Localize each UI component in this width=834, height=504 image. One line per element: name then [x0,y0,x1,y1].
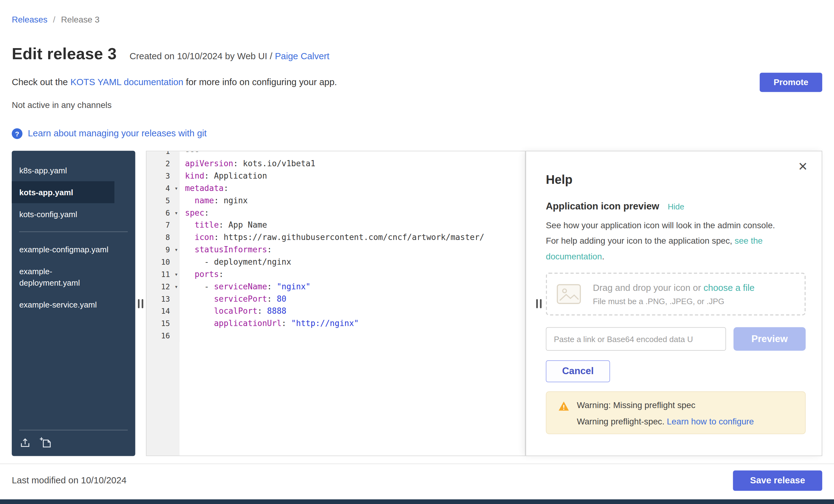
file-tree-item[interactable]: k8s-app.yaml [12,159,114,181]
line-number: 12▾ [147,281,179,293]
docs-text: Check out the KOTS YAML documentation fo… [12,77,337,88]
save-release-button[interactable]: Save release [733,470,822,491]
last-modified-text: Last modified on 10/10/2024 [12,475,127,486]
icon-preview-header: Application icon preview Hide [546,201,806,212]
title-row: Edit release 3 Created on 10/10/2024 by … [12,45,822,63]
file-list-primary: k8s-app.yamlkots-app.yamlkots-config.yam… [12,159,135,225]
bottom-strip [0,499,834,504]
code-line: 14 localPort: 8888 [147,305,525,318]
breadcrumb-separator: / [53,15,56,24]
file-tree-item[interactable]: kots-app.yaml [12,181,114,203]
code-line: 15 applicationUrl: "http://nginx" [147,318,525,330]
import-file-icon[interactable] [19,437,31,448]
help-panel: ✕ Help Application icon preview Hide See… [526,151,822,456]
line-number: 6▾ [147,207,179,219]
preview-button[interactable]: Preview [733,327,806,351]
question-circle-icon: ? [12,128,23,139]
warning-line1: Warning: Missing preflight spec [577,400,754,410]
line-number: 13 [147,293,179,305]
icon-preview-description: See how your application icon will look … [546,217,787,264]
icon-preview-title: Application icon preview [546,201,659,212]
sidebar-editor-gap [135,151,146,456]
code-line: 12▾ - serviceName: "nginx" [147,281,525,293]
file-tree-actions [12,430,135,456]
code-line: 10 - deployment/nginx [147,256,525,268]
warning-triangle-icon [558,401,569,411]
fold-toggle-icon[interactable]: ▾ [175,182,178,195]
breadcrumb-releases-link[interactable]: Releases [12,15,47,24]
icon-url-input[interactable] [546,327,726,351]
line-number: 2 [147,158,179,170]
file-tree-item[interactable]: example-service.yaml [12,294,114,315]
author-link[interactable]: Paige Calvert [275,51,329,61]
warning-line2: Warning preflight-spec. Learn how to con… [577,417,754,426]
file-tree-sidebar: k8s-app.yamlkots-app.yamlkots-config.yam… [12,151,135,456]
code-scroll: 1---2apiVersion: kots.io/v1beta13kind: A… [147,151,525,342]
new-file-icon[interactable] [40,437,52,448]
file-tree-actions-divider [19,430,128,431]
icon-dropzone[interactable]: Drag and drop your icon or choose a file… [546,273,806,315]
choose-file-link[interactable]: choose a file [704,283,754,293]
docs-prefix: Check out the [12,77,68,87]
channel-status: Not active in any channels [12,101,822,110]
line-number: 10 [147,256,179,268]
preflight-warning-box: Warning: Missing preflight spec Warning … [546,391,806,434]
file-tree-item[interactable]: kots-config.yaml [12,203,114,225]
file-list-secondary: example-configmap.yamlexample-deployment… [12,238,135,315]
line-number: 8 [147,232,179,244]
docs-suffix: for more info on configuring your app. [186,77,337,87]
code-line: 9▾ statusInformers: [147,244,525,256]
release-workbench: k8s-app.yamlkots-app.yamlkots-config.yam… [12,151,822,456]
line-number: 1 [147,151,179,158]
close-icon[interactable]: ✕ [798,161,808,173]
code-line: 6▾spec: [147,207,525,219]
code-line: 4▾metadata: [147,182,525,195]
code-line: 1--- [147,151,525,158]
line-number: 7 [147,219,179,232]
line-number: 9▾ [147,244,179,256]
fold-toggle-icon[interactable]: ▾ [175,207,178,219]
kots-yaml-docs-link[interactable]: KOTS YAML documentation [70,77,183,87]
git-releases-link[interactable]: Learn about managing your releases with … [28,128,207,139]
code-lines: 1---2apiVersion: kots.io/v1beta13kind: A… [147,151,525,342]
code-line: 7 title: App Name [147,219,525,232]
dropzone-text: Drag and drop your icon or choose a file… [593,283,754,306]
promote-button[interactable]: Promote [760,73,822,92]
line-number: 15 [147,318,179,330]
line-number: 3 [147,170,179,182]
dropzone-main-text: Drag and drop your icon or [593,283,701,293]
right-resize-handle[interactable] [535,298,543,309]
footer-bar: Last modified on 10/10/2024 Save release [12,464,822,491]
cancel-button[interactable]: Cancel [546,360,610,382]
created-text: Created on 10/10/2024 by Web UI / [130,51,272,61]
description-period: . [602,252,605,261]
file-tree-divider [19,232,128,232]
code-line: 2apiVersion: kots.io/v1beta1 [147,158,525,170]
left-resize-handle[interactable] [137,298,144,309]
fold-toggle-icon[interactable]: ▾ [175,244,178,256]
line-number: 11▾ [147,268,179,281]
git-help-row: ? Learn about managing your releases wit… [12,128,822,139]
line-number: 4▾ [147,182,179,195]
file-tree-item[interactable]: example-deployment.yaml [12,260,114,293]
help-title: Help [546,173,806,187]
created-info: Created on 10/10/2024 by Web UI / Paige … [130,51,329,62]
warning-line2-text: Warning preflight-spec. [577,417,664,426]
docs-row: Check out the KOTS YAML documentation fo… [12,73,822,92]
line-number: 16 [147,330,179,342]
code-line: 8 icon: https://raw.githubusercontent.co… [147,232,525,244]
fold-toggle-icon[interactable]: ▾ [175,281,178,293]
code-line: 11▾ ports: [147,268,525,281]
line-number: 14 [147,305,179,318]
code-line: 5 name: nginx [147,195,525,207]
hide-link[interactable]: Hide [668,202,684,211]
configure-preflight-link[interactable]: Learn how to configure [667,417,754,426]
fold-toggle-icon[interactable]: ▾ [175,268,178,281]
breadcrumb: Releases / Release 3 [12,0,822,25]
code-line: 13 servicePort: 80 [147,293,525,305]
file-tree-item[interactable]: example-configmap.yaml [12,238,114,260]
page-title: Edit release 3 [12,45,116,63]
dropzone-subtext: File must be a .PNG, .JPEG, or .JPG [593,297,754,305]
yaml-code-editor[interactable]: 1---2apiVersion: kots.io/v1beta13kind: A… [146,151,526,456]
line-number: 5 [147,195,179,207]
